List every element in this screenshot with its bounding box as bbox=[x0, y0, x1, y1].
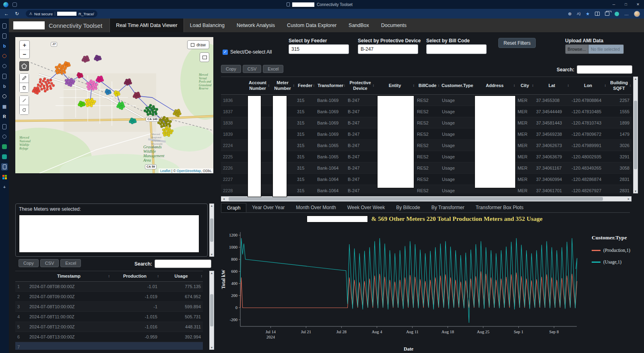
billcode-filter-input[interactable] bbox=[426, 44, 487, 54]
search-input[interactable] bbox=[577, 65, 632, 74]
table-row[interactable]: 42024-07-08T11:00:00Z-1.015505.731 bbox=[15, 312, 203, 322]
refresh-icon[interactable]: ↻ bbox=[15, 11, 19, 17]
chart-tab-transformer-box-plots[interactable]: Transformer Box Plots bbox=[470, 203, 529, 212]
scroll-down-icon[interactable]: ▼ bbox=[211, 346, 213, 349]
doc-icon[interactable] bbox=[1, 33, 8, 39]
export-button-excel[interactable]: Excel bbox=[60, 259, 81, 267]
zoom-icon[interactable]: ⊕ bbox=[568, 11, 572, 17]
column-header-lat[interactable]: Lat↕ bbox=[534, 77, 570, 95]
minimize-button[interactable]: ─ bbox=[608, 0, 620, 9]
export-button-copy[interactable]: Copy bbox=[221, 65, 241, 73]
search-input[interactable] bbox=[155, 260, 211, 268]
sort-icon[interactable]: ↕ bbox=[313, 83, 315, 88]
sort-icon[interactable]: ↕ bbox=[413, 83, 415, 88]
sort-icon[interactable]: ↕ bbox=[472, 83, 474, 88]
github-icon[interactable] bbox=[1, 93, 8, 100]
scroll-up-icon[interactable]: ▲ bbox=[211, 204, 213, 207]
read-aloud-icon[interactable]: A) bbox=[577, 12, 580, 16]
sort-icon[interactable]: ↕ bbox=[344, 83, 346, 88]
column-header-timestamp[interactable]: Timestamp↕ bbox=[27, 271, 110, 282]
workspace-icon[interactable] bbox=[12, 2, 17, 7]
sort-icon[interactable]: ↕ bbox=[157, 274, 159, 278]
scroll-thumb[interactable] bbox=[210, 294, 213, 326]
address-bar[interactable]: ⚠ Not secure R_Trace/ bbox=[26, 10, 97, 17]
spreadsheet-green-icon[interactable] bbox=[1, 143, 8, 150]
zoom-in-button[interactable]: + bbox=[20, 41, 29, 50]
split-screen-icon[interactable] bbox=[595, 12, 600, 16]
legend-item-usage-1[interactable]: (Usage,1) bbox=[592, 260, 644, 264]
scroll-left-icon[interactable]: ◄ bbox=[221, 197, 226, 200]
draw-polygon-button[interactable] bbox=[19, 61, 29, 71]
zoom-out-button[interactable]: − bbox=[20, 50, 29, 59]
draw-toggle-button[interactable]: draw bbox=[187, 40, 209, 49]
usage-production-chart[interactable]: -200020040060080010001200Jul 142024Jul 2… bbox=[219, 225, 590, 353]
table-row[interactable]: 22024-07-08T09:00:00Z-1.019674.952 bbox=[15, 292, 203, 302]
browser-essentials-icon[interactable] bbox=[615, 12, 619, 16]
search-icon[interactable] bbox=[1, 133, 8, 140]
scroll-down-icon[interactable]: ▼ bbox=[634, 190, 637, 193]
maximize-button[interactable]: □ bbox=[620, 0, 632, 9]
plus-icon[interactable]: + bbox=[1, 184, 8, 190]
doc-icon[interactable] bbox=[1, 73, 8, 79]
export-button-excel[interactable]: Excel bbox=[263, 65, 283, 73]
reset-view-button[interactable] bbox=[19, 105, 29, 115]
export-button-copy[interactable]: Copy bbox=[19, 259, 39, 267]
table-row[interactable]: 12024-07-08T08:00:00Z-1.01775.135 bbox=[15, 282, 203, 292]
scroll-up-icon[interactable]: ▲ bbox=[634, 77, 637, 80]
b-icon[interactable]: b bbox=[1, 43, 8, 49]
back-icon[interactable]: ← bbox=[4, 11, 9, 17]
nav-tab-documents[interactable]: Documents bbox=[375, 19, 413, 32]
chart-tab-week-over-week[interactable]: Week Over Week bbox=[342, 203, 391, 212]
chart-tab-year-over-year[interactable]: Year Over Year bbox=[246, 203, 290, 212]
browse-button[interactable]: Browse... bbox=[565, 44, 588, 54]
scroll-right-icon[interactable]: ► bbox=[626, 197, 631, 200]
column-header-production[interactable]: Production↕ bbox=[110, 271, 159, 282]
table-row[interactable]: 32024-07-08T10:00:00Z-1599.894 bbox=[15, 302, 203, 312]
scroll-thumb[interactable] bbox=[229, 197, 603, 201]
nav-tab-network-analysis[interactable]: Network Analysis bbox=[231, 19, 281, 32]
column-header-billcode[interactable]: BillCode↕ bbox=[415, 77, 440, 95]
column-header-account-number[interactable]: Account Number↕ bbox=[245, 77, 270, 95]
doc-icon[interactable] bbox=[1, 123, 8, 130]
delete-layers-button[interactable] bbox=[19, 83, 29, 93]
nav-tab-load-balancing[interactable]: Load Balancing bbox=[184, 19, 231, 32]
leaflet-link[interactable]: Leaflet bbox=[160, 169, 171, 173]
chart-tab-by-transformer[interactable]: By Transformer bbox=[426, 203, 470, 212]
column-header-customer-type[interactable]: Customer.Type↕ bbox=[440, 77, 474, 95]
export-button-csv[interactable]: CSV bbox=[40, 259, 59, 267]
sort-icon[interactable]: ↕ bbox=[201, 274, 203, 278]
search-icon[interactable] bbox=[1, 63, 8, 69]
column-header-city[interactable]: City↕ bbox=[516, 77, 534, 95]
spreadsheet-teal-icon[interactable] bbox=[1, 154, 8, 160]
column-header-entity[interactable]: Entity↕ bbox=[375, 77, 415, 95]
checkbox-checked-icon[interactable]: ✓ bbox=[223, 50, 228, 55]
column-header-feeder[interactable]: Feeder↕ bbox=[295, 77, 315, 95]
column-header-building-sqft[interactable]: Building SQFT↕ bbox=[607, 77, 632, 95]
sort-icon[interactable]: ↕ bbox=[108, 274, 110, 278]
grid-icon[interactable]: ▦ bbox=[1, 103, 8, 110]
column-header-index[interactable] bbox=[15, 271, 27, 282]
timeseries-scrollbar[interactable]: ▲ ▼ bbox=[209, 271, 214, 350]
osm-link[interactable]: OpenStreetMap bbox=[177, 169, 201, 173]
column-header-protective-device[interactable]: Protective Device↕ bbox=[346, 77, 375, 95]
scroll-thumb[interactable] bbox=[634, 101, 637, 169]
column-header-index[interactable] bbox=[221, 77, 245, 95]
r-icon[interactable]: R bbox=[1, 113, 8, 120]
scroll-thumb[interactable] bbox=[210, 218, 213, 242]
chart-tab-graph[interactable]: Graph bbox=[221, 203, 246, 212]
chart-tab-month-over-month[interactable]: Month Over Month bbox=[290, 203, 341, 212]
nav-tab-real-time-ami-data-viewer[interactable]: Real Time AMI Data Viewer bbox=[109, 19, 184, 32]
chart-tab-by-billcode[interactable]: By Billcode bbox=[390, 203, 425, 212]
sort-icon[interactable]: ↕ bbox=[532, 83, 534, 88]
collections-icon[interactable] bbox=[605, 12, 609, 16]
leaflet-map[interactable]: GrasslandsWildlifeManagementAreaMercedNa… bbox=[15, 37, 213, 173]
draw-rectangle-button[interactable] bbox=[200, 52, 209, 62]
scroll-up-icon[interactable]: ▲ bbox=[211, 272, 213, 274]
selected-panel-scrollbar[interactable]: ▲ ▼ bbox=[209, 203, 214, 257]
table-row[interactable]: 52024-07-08T12:00:00Z-1.016448.311 bbox=[15, 322, 203, 332]
microsoft-icon[interactable] bbox=[1, 174, 8, 180]
protective-device-filter-input[interactable] bbox=[358, 44, 418, 54]
close-button[interactable]: ✕ bbox=[632, 0, 644, 9]
column-header-transformer[interactable]: Transformer↕ bbox=[315, 77, 346, 95]
reset-filters-button[interactable]: Reset Filters bbox=[498, 38, 536, 48]
